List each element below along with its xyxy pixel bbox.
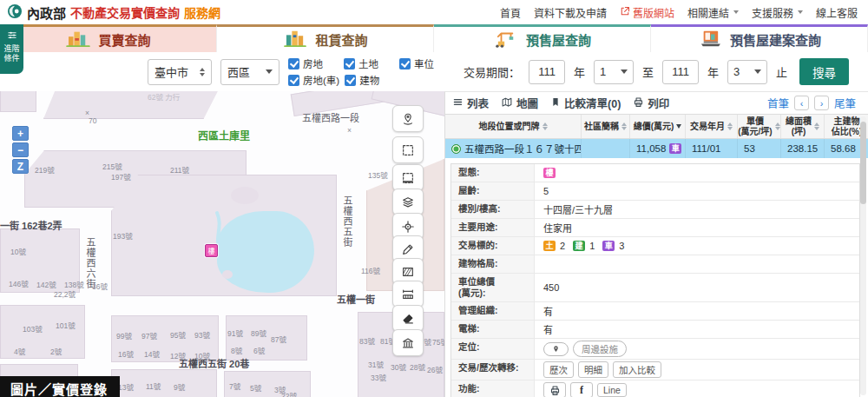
checkbox-建物[interactable]: 建物: [345, 73, 395, 87]
tab-presale-project-query[interactable]: 預售屋建案查詢: [651, 24, 868, 52]
detail-text: 5: [543, 186, 549, 196]
table-row[interactable]: 五權西路一段１６７號十四樓11,058車111/0153238.1558.68: [445, 139, 868, 158]
detail-value-floor: 十四層/三十九層: [535, 201, 859, 218]
column-header-label: 主建物 佔比(%): [832, 116, 863, 136]
results-scrollbar[interactable]: [860, 116, 866, 395]
print-share-button[interactable]: [543, 382, 566, 397]
checkbox-車位[interactable]: 車位: [399, 56, 450, 70]
detail-button[interactable]: 歷次: [543, 361, 574, 378]
map-tool-eraser-icon[interactable]: [392, 305, 424, 332]
query-tabs: 買賣查詢租賃查詢預售屋查詢預售屋建案查詢: [0, 24, 868, 52]
nav-online-service[interactable]: 線上客服: [816, 5, 858, 20]
sort-icon[interactable]: [542, 122, 548, 130]
nav-support[interactable]: 支援服務: [752, 5, 803, 20]
nearby-facilities-button[interactable]: 周邊設施: [573, 341, 627, 357]
column-header-label: 總價(萬元): [634, 122, 674, 132]
search-button[interactable]: 搜尋: [799, 58, 849, 85]
locate-pin-button[interactable]: [543, 342, 569, 356]
logo-suffix: 服務網: [184, 3, 220, 21]
detail-row-age: 屋齡:5: [451, 182, 859, 201]
year-from-input[interactable]: 111: [529, 60, 565, 84]
sort-icon[interactable]: [775, 122, 780, 130]
zoom-out-button[interactable]: −: [12, 142, 29, 157]
external-link-icon: [620, 6, 630, 19]
column-header-2[interactable]: 社區簡稱: [582, 115, 630, 138]
checkbox-checked-icon[interactable]: [399, 58, 411, 69]
sort-icon[interactable]: [676, 124, 681, 129]
view-map-button[interactable]: 地圖: [501, 95, 538, 111]
sort-icon[interactable]: [727, 122, 733, 130]
map-panel[interactable]: 五權西路一段西區土庫里五權西五街五權西六街一街 162巷2弄五權一街五權西五街 …: [0, 91, 444, 397]
tab-presale-query[interactable]: 預售屋查詢: [434, 24, 651, 52]
detail-row-type: 型態:樓: [451, 164, 859, 182]
map-tool-landmark-icon[interactable]: [392, 329, 424, 356]
column-header-4[interactable]: 交易年月: [686, 115, 738, 138]
nav-related-links[interactable]: 相關連結: [687, 5, 739, 20]
status-dot-icon: [451, 144, 461, 154]
month-from-select[interactable]: 1: [594, 60, 634, 84]
column-header-5[interactable]: 單價 (萬元/坪): [738, 115, 781, 138]
city-select-value: 臺中市: [155, 63, 188, 80]
nav-old-site[interactable]: 舊版網站: [620, 5, 674, 20]
checkbox-checked-icon[interactable]: [345, 75, 356, 86]
house-number-label: 26號: [427, 364, 443, 374]
house-number-label: 8號: [231, 345, 242, 355]
checkbox-土地[interactable]: 土地: [344, 56, 394, 70]
column-header-label: 總面積 (坪): [786, 116, 812, 136]
district-select[interactable]: 西區: [220, 59, 279, 85]
checkbox-房地(車)[interactable]: 房地(車): [288, 73, 339, 87]
checkbox-房地[interactable]: 房地: [288, 56, 339, 70]
detail-button[interactable]: 加入比較: [613, 361, 661, 378]
view-list-button[interactable]: 列表: [452, 95, 489, 111]
map-tool-measure-icon[interactable]: [392, 281, 424, 308]
line-share-button[interactable]: Line: [597, 383, 627, 397]
facebook-share-button[interactable]: f: [570, 382, 593, 397]
site-logo[interactable]: 內政部不動產交易實價查詢服務網: [7, 3, 220, 22]
year-unit-label: 年: [707, 63, 719, 80]
chevron-down-icon: [621, 69, 628, 74]
nav-downloads[interactable]: 資料下載及申請: [534, 5, 607, 20]
month-to-select[interactable]: 3: [727, 60, 767, 84]
advanced-filter-label-1: 進階: [3, 44, 19, 53]
checkbox-checked-icon[interactable]: [288, 75, 299, 86]
street-label: 西區土庫里: [198, 128, 250, 142]
column-header-6[interactable]: 總面積 (坪): [781, 115, 825, 138]
sort-icon[interactable]: [621, 122, 627, 130]
map-tool-select-area-icon[interactable]: [392, 136, 424, 163]
tab-sale-query-label: 買賣查詢: [98, 30, 150, 49]
map-tool-layers-icon[interactable]: [392, 189, 424, 215]
first-record-button[interactable]: 首筆: [767, 95, 789, 111]
tab-sale-query[interactable]: 買賣查詢: [0, 24, 217, 52]
zoom-extent-button[interactable]: Z: [12, 159, 29, 174]
compare-list-button[interactable]: 比較清單(0): [550, 95, 621, 111]
house-number-label: 93號: [194, 329, 210, 340]
prev-record-button[interactable]: ‹: [794, 96, 809, 110]
property-marker[interactable]: 樓: [205, 244, 218, 257]
next-record-button[interactable]: ›: [814, 96, 829, 110]
house-number-label: 211號: [170, 164, 189, 175]
tab-rent-query[interactable]: 租賃查詢: [217, 24, 434, 52]
detail-button[interactable]: 明細: [578, 361, 608, 378]
checkbox-checked-icon[interactable]: [288, 58, 299, 69]
city-select[interactable]: 臺中市: [148, 59, 212, 85]
map-block: [0, 305, 85, 359]
map-tool-select-rect-icon[interactable]: [392, 164, 424, 191]
last-record-button[interactable]: 尾筆: [834, 95, 856, 111]
map-tool-streetview-pin-icon[interactable]: [392, 105, 424, 132]
zoom-in-button[interactable]: +: [12, 126, 29, 141]
nav-home[interactable]: 首頁: [500, 5, 521, 20]
advanced-filter-tab[interactable]: 進階 條件: [0, 24, 23, 74]
sort-icon[interactable]: [814, 122, 819, 130]
detail-label-history: 交易/歷次轉移:: [451, 360, 535, 380]
column-header-3[interactable]: 總價(萬元): [630, 115, 686, 138]
scrollbar-thumb[interactable]: [860, 122, 866, 204]
print-label: 列印: [648, 95, 669, 111]
house-number-label: 4號: [14, 346, 25, 356]
column-header-1[interactable]: 地段位置或門牌: [445, 115, 582, 138]
detail-value-parking-price: 450: [535, 274, 859, 301]
year-to-input[interactable]: 111: [662, 60, 699, 84]
checkbox-checked-icon[interactable]: [344, 58, 355, 69]
print-button[interactable]: 列印: [633, 95, 669, 111]
detail-label-type: 型態:: [451, 164, 535, 182]
detail-row-floor: 樓別/樓高:十四層/三十九層: [451, 201, 859, 219]
